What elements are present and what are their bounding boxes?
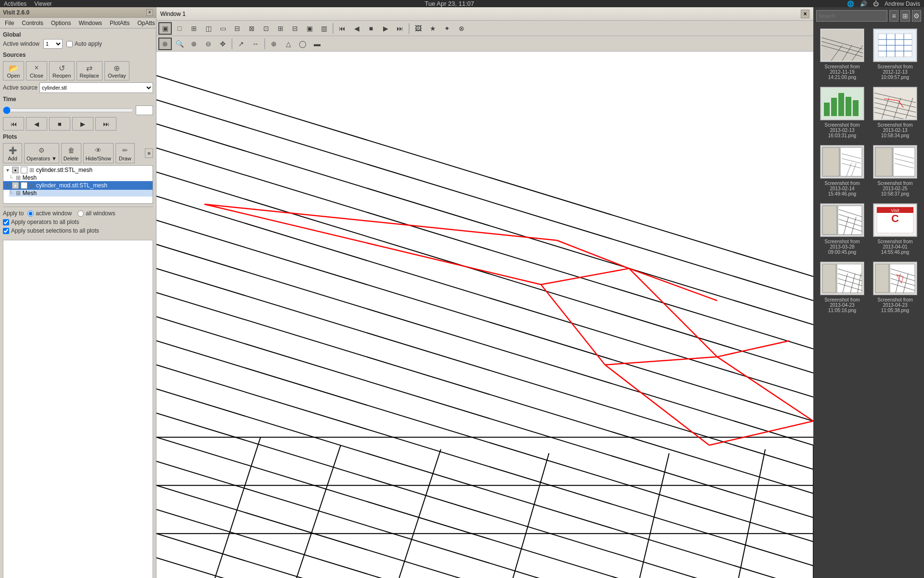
- radio-all-windows-input[interactable]: [77, 210, 84, 217]
- toolbar-fullscreen-button[interactable]: ⊞: [187, 22, 201, 35]
- toolbar-pick-button[interactable]: ⊕: [267, 38, 281, 50]
- file-item-5[interactable]: Screenshot from2013-02-1415:49:46.png: [817, 143, 867, 198]
- toolbar-zoom-out-button[interactable]: ⊖: [202, 38, 215, 50]
- add-plot-button[interactable]: ➕ Add: [3, 143, 22, 163]
- menu-plotatts[interactable]: PlotAtts: [107, 19, 132, 27]
- apply-subset-checkbox-row[interactable]: Apply subset selections to all plots: [3, 227, 153, 234]
- menu-options[interactable]: Options: [48, 19, 74, 27]
- toolbar-layout-3[interactable]: ⊟: [231, 22, 244, 35]
- plot-item-2[interactable]: ▼ ● ⊞ cylinder_mod.stl:STL_mesh: [3, 181, 153, 190]
- operators-button[interactable]: ⚙ Operators ▼: [24, 143, 59, 163]
- menu-opatts[interactable]: OpAtts: [134, 19, 158, 27]
- viewer-close-button[interactable]: ×: [801, 10, 809, 18]
- close-source-button[interactable]: × Close: [26, 61, 47, 80]
- time-stop-button[interactable]: ■: [49, 117, 70, 131]
- plot-item-1[interactable]: ▼ ● ⊞ cylinder.stl:STL_mesh: [3, 166, 153, 174]
- overlay-button[interactable]: ⊕ Overlay: [104, 61, 129, 80]
- time-back-button[interactable]: ◀: [26, 117, 47, 131]
- open-button[interactable]: 📂 Open: [3, 61, 24, 80]
- toolbar-layout-6[interactable]: ⊞: [274, 22, 287, 35]
- auto-apply-checkbox[interactable]: [66, 41, 73, 47]
- radio-active-window[interactable]: active window: [27, 210, 72, 217]
- toolbar-layout-1[interactable]: ◫: [202, 22, 215, 35]
- toolbar-navigate-button[interactable]: ⊕: [158, 38, 172, 50]
- toolbar-anim-back[interactable]: ◀: [350, 22, 363, 35]
- file-item-1[interactable]: Screenshot from2012-11-1914:21:00.png: [817, 26, 867, 82]
- toolbar-layout-9[interactable]: ▥: [317, 22, 331, 35]
- checkbox-1[interactable]: [21, 167, 27, 173]
- time-slider[interactable]: [3, 106, 134, 114]
- file-browser-settings-button[interactable]: ⚙: [912, 10, 921, 22]
- network-icon: 🌐: [847, 0, 854, 7]
- menu-file[interactable]: File: [2, 19, 17, 27]
- toolbar-zoom-button[interactable]: 🔍: [173, 38, 186, 50]
- file-browser-search[interactable]: [816, 10, 887, 22]
- toolbar-star[interactable]: ★: [426, 22, 439, 35]
- delete-plot-button[interactable]: 🗑 Delete: [61, 143, 81, 163]
- toolbar-anim-skipfwd[interactable]: ⏭: [393, 22, 407, 35]
- file-item-8[interactable]: C Visit Screenshot from2013-04-0114:55:4…: [870, 201, 920, 257]
- menu-windows[interactable]: Windows: [76, 19, 105, 27]
- reopen-button[interactable]: ↺ Reopen: [49, 61, 75, 80]
- svg-text:C: C: [891, 212, 899, 224]
- toolbar-draw-mode-button[interactable]: ▣: [158, 22, 172, 35]
- time-skip-back-button[interactable]: ⏮: [3, 117, 24, 131]
- apply-operators-checkbox-row[interactable]: Apply operators to all plots: [3, 219, 153, 225]
- file-item-4[interactable]: Screenshot from2013-02-1310:58:34.png: [870, 85, 920, 140]
- toolbar-cylinder-button[interactable]: ◯: [296, 38, 309, 50]
- toolbar-layout-4[interactable]: ⊠: [245, 22, 258, 35]
- radio-all-windows[interactable]: all windows: [77, 210, 115, 217]
- toolbar-anim-play[interactable]: ▶: [379, 22, 392, 35]
- checkbox-2[interactable]: [21, 182, 27, 189]
- time-input[interactable]: [136, 105, 153, 115]
- expand-icon-1[interactable]: ▼: [5, 168, 10, 173]
- viewer-label[interactable]: Viewer: [34, 0, 51, 7]
- apply-subset-checkbox[interactable]: [3, 228, 9, 234]
- file-item-7[interactable]: Screenshot from2013-03-2809:00:45.png: [817, 201, 867, 257]
- activities-label[interactable]: Activities: [4, 0, 26, 7]
- toolbar-pan-button[interactable]: ✥: [216, 38, 230, 50]
- file-item-6[interactable]: Screenshot from2013-02-2510:58:37.png: [870, 143, 920, 198]
- toolbar-anim-stop[interactable]: ■: [364, 22, 378, 35]
- expand-icon-2[interactable]: ▼: [5, 183, 10, 188]
- file-browser-view-button[interactable]: ≡: [889, 10, 898, 22]
- visit-close-button[interactable]: ×: [146, 9, 153, 16]
- draw-button[interactable]: ✏ Draw: [116, 143, 135, 163]
- toolbar-close-viewer[interactable]: ⊗: [455, 22, 468, 35]
- file-item-10[interactable]: Screenshot from2013-04-2311:05:38.png: [870, 260, 920, 315]
- toolbar-measure-button[interactable]: ↗: [234, 38, 248, 50]
- plot-item-1-mesh[interactable]: └ ⊞ Mesh: [9, 174, 153, 181]
- replace-button[interactable]: ⇄ Replace: [77, 61, 103, 80]
- time-skip-fwd-button[interactable]: ⏭: [95, 117, 116, 131]
- toolbar-zoom-in-button[interactable]: ⊕: [187, 38, 201, 50]
- hide-show-button[interactable]: 👁 Hide/Show: [83, 143, 114, 163]
- menu-controls[interactable]: Controls: [19, 19, 46, 27]
- file-item-3[interactable]: Screenshot from2013-02-1316:03:31.png: [817, 85, 867, 140]
- time-play-button[interactable]: ▶: [72, 117, 93, 131]
- toolbar-box-button[interactable]: ▬: [310, 38, 324, 50]
- plots-list: ▼ ● ⊞ cylinder.stl:STL_mesh └ ⊞ Mesh ▼: [3, 165, 153, 204]
- file-item-9[interactable]: Screenshot from2013-04-2311:05:16.png: [817, 260, 867, 315]
- volume-icon: 🔊: [860, 0, 867, 7]
- toolbar-sphere-button[interactable]: △: [282, 38, 295, 50]
- toolbar-line-button[interactable]: ↔: [249, 38, 262, 50]
- window-select[interactable]: 1: [43, 39, 63, 49]
- file-item-2[interactable]: Screenshot from2012-12-1310:09:57.png: [870, 26, 920, 82]
- toolbar-layout-7[interactable]: ⊟: [288, 22, 302, 35]
- toolbar-anim-skipback[interactable]: ⏮: [335, 22, 349, 35]
- plot-item-2-mesh[interactable]: └ ⊞ Mesh: [9, 190, 153, 197]
- file-browser-grid-button[interactable]: ⊞: [900, 10, 910, 22]
- active-source-select[interactable]: cylinder.stl: [39, 82, 153, 93]
- toolbar-layout-5[interactable]: ⊡: [259, 22, 273, 35]
- toolbar-screenshot[interactable]: 🖼: [411, 22, 425, 35]
- toolbar-color[interactable]: ✦: [440, 22, 454, 35]
- toolbar-layout-8[interactable]: ▣: [303, 22, 316, 35]
- toolbar-window-button[interactable]: □: [173, 22, 186, 35]
- toolbar-layout-2[interactable]: ▭: [216, 22, 230, 35]
- radio-active-window-input[interactable]: [27, 210, 34, 217]
- plots-more-arrow[interactable]: »: [145, 148, 153, 158]
- eye-icon-1[interactable]: ●: [12, 167, 19, 173]
- replace-icon: ⇄: [84, 63, 95, 73]
- eye-icon-2[interactable]: ●: [12, 182, 19, 189]
- apply-operators-checkbox[interactable]: [3, 219, 9, 225]
